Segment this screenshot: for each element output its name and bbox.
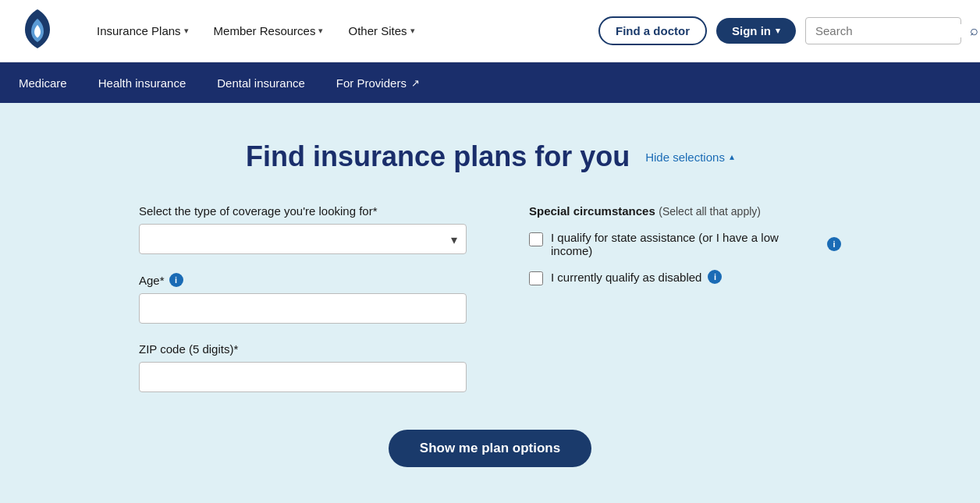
subnav-item-dental-insurance[interactable]: Dental insurance bbox=[201, 62, 321, 103]
search-box[interactable]: ⌕ bbox=[805, 17, 961, 44]
state-assistance-info-icon[interactable]: i bbox=[827, 237, 841, 251]
age-input[interactable] bbox=[139, 293, 467, 324]
chevron-down-icon: ▾ bbox=[410, 26, 415, 36]
special-circumstances-title: Special circumstances (Select all that a… bbox=[529, 204, 841, 218]
coverage-select[interactable] bbox=[139, 224, 467, 254]
chevron-down-icon: ▾ bbox=[776, 26, 780, 36]
nav-links: Insurance Plans ▾ Member Resources ▾ Oth… bbox=[87, 18, 598, 44]
hide-selections-button[interactable]: Hide selections ▴ bbox=[645, 151, 734, 164]
sub-navigation: Medicare Health insurance Dental insuran… bbox=[0, 62, 980, 103]
coverage-select-wrapper bbox=[139, 224, 467, 254]
sign-in-button[interactable]: Sign in ▾ bbox=[716, 18, 796, 44]
disabled-info-icon[interactable]: i bbox=[708, 270, 722, 284]
title-row: Find insurance plans for you Hide select… bbox=[246, 140, 734, 173]
age-info-icon[interactable]: i bbox=[169, 273, 183, 287]
main-content: Find insurance plans for you Hide select… bbox=[0, 103, 980, 503]
age-label: Age* i bbox=[139, 273, 467, 287]
nav-item-member-resources[interactable]: Member Resources ▾ bbox=[204, 18, 333, 44]
form-area: Select the type of coverage you're looki… bbox=[139, 204, 841, 392]
nav-item-other-sites[interactable]: Other Sites ▾ bbox=[339, 18, 424, 44]
nav-actions: Find a doctor Sign in ▾ ⌕ bbox=[598, 16, 961, 45]
chevron-up-icon: ▴ bbox=[730, 151, 734, 162]
state-assistance-checkbox[interactable] bbox=[529, 232, 543, 246]
subnav-item-for-providers[interactable]: For Providers ↗ bbox=[321, 62, 435, 103]
disabled-checkbox[interactable] bbox=[529, 271, 543, 285]
coverage-field-group: Select the type of coverage you're looki… bbox=[139, 204, 467, 254]
logo[interactable] bbox=[19, 8, 56, 55]
chevron-down-icon: ▾ bbox=[184, 26, 189, 36]
zip-label: ZIP code (5 digits)* bbox=[139, 342, 467, 356]
zip-input[interactable] bbox=[139, 362, 467, 392]
state-assistance-label: I qualify for state assistance (or I hav… bbox=[551, 231, 841, 257]
subnav-item-health-insurance[interactable]: Health insurance bbox=[83, 62, 202, 103]
search-input[interactable] bbox=[815, 24, 964, 37]
subnav-item-medicare[interactable]: Medicare bbox=[19, 62, 83, 103]
search-icon[interactable]: ⌕ bbox=[970, 23, 978, 39]
checkbox-state-assistance: I qualify for state assistance (or I hav… bbox=[529, 231, 841, 257]
find-doctor-button[interactable]: Find a doctor bbox=[598, 16, 707, 45]
external-link-icon: ↗ bbox=[411, 77, 420, 89]
age-field-group: Age* i bbox=[139, 273, 467, 324]
nav-item-insurance-plans[interactable]: Insurance Plans ▾ bbox=[87, 18, 198, 44]
zip-field-group: ZIP code (5 digits)* bbox=[139, 342, 467, 392]
checkbox-disabled: I currently qualify as disabled i bbox=[529, 270, 841, 285]
page-title: Find insurance plans for you bbox=[246, 140, 630, 173]
special-circumstances-group: Special circumstances (Select all that a… bbox=[529, 204, 841, 285]
form-left: Select the type of coverage you're looki… bbox=[139, 204, 467, 392]
disabled-label: I currently qualify as disabled i bbox=[551, 270, 722, 284]
chevron-down-icon: ▾ bbox=[318, 26, 323, 36]
submit-button[interactable]: Show me plan options bbox=[389, 430, 591, 467]
coverage-label: Select the type of coverage you're looki… bbox=[139, 204, 467, 218]
form-right: Special circumstances (Select all that a… bbox=[529, 204, 841, 392]
submit-row: Show me plan options bbox=[19, 430, 961, 467]
top-navigation: Insurance Plans ▾ Member Resources ▾ Oth… bbox=[0, 0, 980, 62]
